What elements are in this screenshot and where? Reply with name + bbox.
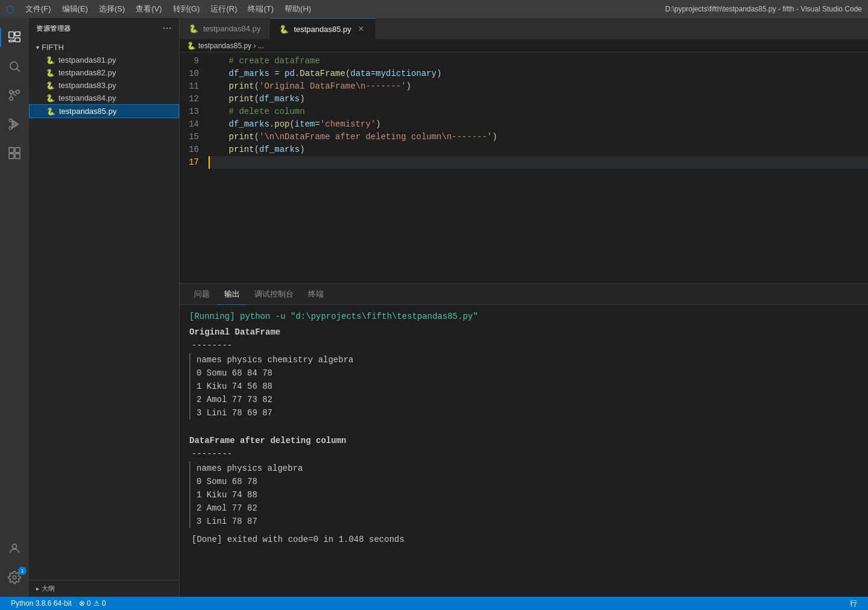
file-tree: ▾ FIFTH 🐍 testpandas81.py 🐍 testpandas82… [29, 39, 179, 121]
status-bar: Python 3.8.6 64-bit ⊗ 0 ⚠ 0 行 [0, 597, 868, 610]
vscode-icon: ⬡ [6, 4, 14, 15]
sidebar: 资源管理器 ··· ▾ FIFTH 🐍 testpandas81.py 🐍 te… [29, 18, 180, 597]
panel-section1-header: names physics chemistry algebra [197, 353, 858, 366]
sidebar-file-84[interactable]: 🐍 testpandas84.py [29, 92, 179, 104]
settings-badge: 1 [18, 567, 27, 575]
svg-point-4 [10, 62, 18, 70]
code-line-14: 14 df_marks.pop(item='chemistry') [180, 118, 868, 131]
chevron-down-icon: ▾ [36, 44, 39, 51]
sidebar-file-82[interactable]: 🐍 testpandas82.py [29, 66, 179, 79]
line-number: 13 [180, 105, 209, 118]
menu-edit[interactable]: 编辑(E) [57, 2, 93, 16]
sidebar-more-icon[interactable]: ··· [163, 23, 172, 34]
panel-section1-row2: 2 Amol 77 73 82 [197, 393, 858, 406]
line-number: 17 [180, 156, 209, 169]
tab-label: testpandas85.py [294, 25, 351, 34]
panel-content: [Running] python -u "d:\pyprojects\fifth… [180, 305, 868, 597]
python-file-icon: 🐍 [46, 107, 55, 116]
activity-explorer[interactable] [0, 23, 29, 52]
svg-rect-11 [9, 148, 14, 152]
menu-bar: 文件(F) 编辑(E) 选择(S) 查看(V) 转到(G) 运行(R) 终端(T… [20, 2, 316, 16]
code-line-15: 15 print('\n\nDataFrame after deleting c… [180, 131, 868, 143]
sidebar-file-81[interactable]: 🐍 testpandas81.py [29, 54, 179, 66]
tab-testpandas85[interactable]: 🐍 testpandas85.py × [270, 18, 375, 39]
code-line-10: 10 df_marks = pd.DataFrame(data=mydictio… [180, 68, 868, 80]
line-content: print(df_marks) [209, 93, 868, 105]
outline-header[interactable]: ▸ 大纲 [29, 580, 179, 597]
line-number: 16 [180, 143, 209, 156]
menu-select[interactable]: 选择(S) [94, 2, 130, 16]
line-content: ​ [209, 156, 868, 169]
activity-settings[interactable]: 1 [0, 563, 29, 592]
breadcrumb: 🐍 testpandas85.py › ... [180, 39, 868, 52]
line-content: df_marks.pop(item='chemistry') [209, 118, 868, 131]
code-line-13: 13 # delete column [180, 105, 868, 118]
code-line-16: 16 print(df_marks) [180, 143, 868, 156]
activity-account[interactable] [0, 534, 29, 563]
panel-done-line: [Done] exited with code=0 in 1.048 secon… [192, 533, 858, 546]
tab-close-icon[interactable]: × [356, 24, 366, 34]
panel-tab-problems[interactable]: 问题 [187, 284, 217, 305]
svg-line-5 [17, 69, 20, 72]
python-tab-icon: 🐍 [189, 24, 198, 33]
svg-rect-12 [15, 148, 20, 152]
outline-section: ▸ 大纲 [29, 580, 179, 597]
svg-point-8 [16, 90, 20, 94]
main-layout: 1 资源管理器 ··· ▾ FIFTH 🐍 testpandas81.py 🐍 … [0, 18, 868, 597]
code-editor[interactable]: 9 # create dataframe 10 df_marks = pd.Da… [180, 52, 868, 283]
sidebar-title: 资源管理器 [36, 24, 71, 33]
line-number: 9 [180, 55, 209, 68]
python-file-icon: 🐍 [46, 69, 55, 77]
menu-goto[interactable]: 转到(G) [168, 2, 205, 16]
activity-source-control[interactable] [0, 81, 29, 110]
outline-label: 大纲 [42, 584, 55, 593]
line-number: 14 [180, 118, 209, 131]
svg-rect-14 [15, 154, 20, 159]
menu-run[interactable]: 运行(R) [206, 2, 242, 16]
svg-point-7 [10, 97, 13, 101]
line-number: 10 [180, 68, 209, 80]
panel-section2-row1: 1 Kiku 74 88 [197, 488, 858, 502]
activity-extensions[interactable] [0, 139, 29, 168]
line-number: 12 [180, 93, 209, 105]
line-content: df_marks = pd.DataFrame(data=mydictionar… [209, 68, 868, 80]
panel-section2-row3: 3 Lini 78 87 [197, 515, 858, 528]
python-file-icon: 🐍 [46, 81, 55, 90]
tab-testpandas84[interactable]: 🐍 testpandas84.py [180, 18, 270, 39]
panel-tab-terminal[interactable]: 终端 [301, 284, 331, 305]
code-line-11: 11 print('Original DataFrame\n-------') [180, 80, 868, 93]
panel-tabs: 问题 输出 调试控制台 终端 [180, 284, 868, 305]
python-tab-icon: 🐍 [279, 25, 289, 34]
panel-area: 问题 输出 调试控制台 终端 [Running] python -u "d:\p… [180, 283, 868, 597]
file-name: testpandas85.py [59, 107, 116, 116]
sidebar-file-83[interactable]: 🐍 testpandas83.py [29, 79, 179, 92]
file-name: testpandas81.py [58, 55, 116, 64]
menu-file[interactable]: 文件(F) [20, 2, 56, 16]
activity-search[interactable] [0, 52, 29, 81]
svg-rect-13 [9, 154, 14, 159]
panel-section1-row3: 3 Lini 78 69 87 [197, 406, 858, 420]
panel-tab-output[interactable]: 输出 [217, 284, 247, 305]
title-bar: ⬡ 文件(F) 编辑(E) 选择(S) 查看(V) 转到(G) 运行(R) 终端… [0, 0, 868, 18]
activity-run-debug[interactable] [0, 110, 29, 139]
status-python[interactable]: Python 3.8.6 64-bit [7, 599, 75, 608]
status-row[interactable]: 行 [846, 599, 861, 609]
panel-section2-sep: -------- [192, 447, 858, 461]
status-errors[interactable]: ⊗ 0 ⚠ 0 [75, 599, 110, 608]
panel-tab-debug[interactable]: 调试控制台 [247, 284, 301, 305]
svg-point-10 [9, 127, 12, 130]
file-name: testpandas83.py [58, 81, 116, 90]
panel-section1-row0: 0 Somu 68 84 78 [197, 366, 858, 380]
code-content: 9 # create dataframe 10 df_marks = pd.Da… [180, 52, 868, 283]
line-number: 15 [180, 131, 209, 143]
panel-section1-sep: -------- [192, 339, 858, 352]
menu-view[interactable]: 查看(V) [131, 2, 166, 16]
sidebar-actions: ··· [163, 23, 172, 34]
tab-bar: 🐍 testpandas84.py 🐍 testpandas85.py × [180, 18, 868, 39]
menu-help[interactable]: 帮助(H) [280, 2, 316, 16]
panel-section2-title: DataFrame after deleting column [189, 434, 858, 447]
tab-label: testpandas84.py [203, 24, 260, 33]
sidebar-folder-fifth[interactable]: ▾ FIFTH [29, 41, 179, 54]
sidebar-file-85[interactable]: 🐍 testpandas85.py [29, 104, 179, 118]
menu-terminal[interactable]: 终端(T) [243, 2, 278, 16]
